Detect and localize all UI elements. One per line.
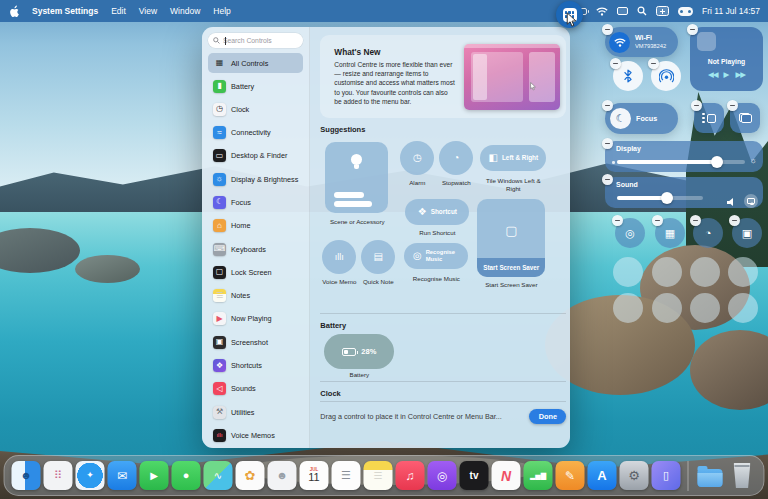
dock-item-app-store[interactable]: A	[588, 461, 617, 490]
play-icon[interactable]: ▶	[724, 70, 730, 79]
sidebar-item-voice-memos[interactable]: ıllıVoice Memos	[208, 426, 303, 444]
cc-stage-manager-module[interactable]	[694, 103, 724, 133]
wifi-icon[interactable]	[596, 7, 608, 16]
sidebar-item-sounds[interactable]: ◁Sounds	[208, 380, 303, 398]
menu-help[interactable]: Help	[213, 6, 230, 16]
control-run-shortcut[interactable]: ❖ Shortcut	[405, 199, 469, 225]
previous-icon[interactable]: ◀◀	[708, 70, 718, 79]
dock-item-system-settings[interactable]: ⚙	[620, 461, 649, 490]
dock-item-photos[interactable]: ✿	[236, 461, 265, 490]
cc-music-recognition-module[interactable]: ◎	[615, 218, 645, 248]
remove-control-button[interactable]	[727, 100, 738, 111]
dock-item-facetime[interactable]: ▶	[140, 461, 169, 490]
control-recognise-music[interactable]: ◎ Recognise Music	[404, 243, 468, 269]
control-battery[interactable]: 28%	[324, 334, 394, 369]
dock-item-tv[interactable]: tv	[460, 461, 489, 490]
dock-item-finder[interactable]: ☻	[12, 461, 41, 490]
cc-focus-module[interactable]: ☾ Focus	[605, 103, 678, 134]
search-input[interactable]	[223, 37, 303, 44]
sidebar-item-keyboards[interactable]: ⌨Keyboards	[208, 240, 303, 258]
sidebar-item-focus[interactable]: ☾Focus	[208, 193, 303, 211]
cc-calculator-module[interactable]: ▦	[655, 218, 685, 248]
done-button[interactable]: Done	[529, 409, 566, 424]
dock-item-podcasts[interactable]: ◎	[428, 461, 457, 490]
sound-slider[interactable]	[617, 196, 703, 200]
dock-item-calendar[interactable]: JUL11	[300, 461, 329, 490]
dock-item-notes[interactable]: ☰	[364, 461, 393, 490]
control-tile-windows[interactable]: ◧ Left & Right	[480, 145, 546, 171]
sidebar-item-utilities[interactable]: ⚒Utilities	[208, 403, 303, 421]
dock-item-maps[interactable]: ∿	[204, 461, 233, 490]
control-voice-memo[interactable]: ıllı	[322, 240, 356, 274]
dock-item-news[interactable]: N	[492, 461, 521, 490]
control-quick-note[interactable]: ▤	[361, 240, 395, 274]
apple-menu-icon[interactable]	[8, 5, 19, 18]
cc-timer-module[interactable]: ◔	[693, 218, 723, 248]
search-field[interactable]	[208, 33, 303, 48]
menu-view[interactable]: View	[139, 6, 157, 16]
sidebar-item-desktop-finder[interactable]: ▭Desktop & Finder	[208, 147, 303, 165]
sidebar-item-notes[interactable]: ☰Notes	[208, 287, 303, 305]
remove-control-button[interactable]	[612, 215, 623, 226]
sidebar-item-screenshot[interactable]: ▣Screenshot	[208, 333, 303, 351]
sidebar-item-connectivity[interactable]: ≈Connectivity	[208, 124, 303, 142]
cc-sound-module[interactable]: Sound	[605, 177, 763, 208]
remove-control-button[interactable]	[610, 58, 621, 69]
dock-item-pages[interactable]: ✎	[556, 461, 585, 490]
control-center-icon[interactable]	[678, 7, 693, 16]
dock-item-iphone-mirroring[interactable]: ▯	[652, 461, 681, 490]
cc-display-module[interactable]: Display ☼	[605, 141, 763, 172]
dock-item-reminders[interactable]: ☰	[332, 461, 361, 490]
sidebar-item-home[interactable]: ⌂Home	[208, 217, 303, 235]
display-icon[interactable]	[617, 7, 628, 15]
remove-control-button[interactable]	[648, 58, 659, 69]
remove-control-button[interactable]	[729, 215, 740, 226]
dock-item-music[interactable]: ♫	[396, 461, 425, 490]
sidebar-item-all-controls[interactable]: ▦All Controls	[208, 53, 303, 73]
dock-item-mail[interactable]: ✉	[108, 461, 137, 490]
remove-control-button[interactable]	[602, 174, 613, 185]
cc-screen-mirroring-module[interactable]	[730, 103, 760, 133]
sidebar-item-display-brightness[interactable]: ☼Display & Brightness	[208, 170, 303, 188]
sidebar-item-now-playing[interactable]: ▶Now Playing	[208, 310, 303, 328]
dock-item-trash[interactable]	[728, 461, 757, 490]
menu-edit[interactable]: Edit	[111, 6, 126, 16]
control-alarm[interactable]: ◷	[400, 141, 434, 175]
remove-control-button[interactable]	[690, 215, 701, 226]
remove-control-button[interactable]	[602, 138, 613, 149]
remove-control-button[interactable]	[691, 100, 702, 111]
search-icon[interactable]	[637, 6, 647, 16]
remove-control-button[interactable]	[652, 215, 663, 226]
control-stopwatch[interactable]: ◔	[439, 141, 473, 175]
next-icon[interactable]: ▶▶	[735, 70, 745, 79]
dock-item-numbers[interactable]: ▂▅▇	[524, 461, 553, 490]
display-slider-knob[interactable]	[711, 156, 723, 168]
dock-item-safari[interactable]: ✦	[76, 461, 105, 490]
dock-item-downloads-folder[interactable]	[696, 461, 725, 490]
menu-bar-clock[interactable]: Fri 11 Jul 14:57	[702, 6, 760, 16]
control-start-screen-saver[interactable]: ▢ Start Screen Saver	[477, 199, 545, 277]
control-scene-accessory[interactable]	[325, 142, 388, 213]
sound-slider-knob[interactable]	[661, 192, 673, 204]
dock-item-launchpad[interactable]: ⠿	[44, 461, 73, 490]
screen-mirroring-icon[interactable]	[656, 6, 669, 16]
sidebar-item-battery[interactable]: ▮Battery	[208, 77, 303, 95]
remove-control-button[interactable]	[602, 24, 613, 35]
audio-output-button[interactable]	[744, 194, 758, 208]
remove-control-button[interactable]	[687, 24, 698, 35]
cc-bluetooth-module[interactable]	[613, 61, 643, 91]
sidebar-item-shortcuts[interactable]: ❖Shortcuts	[208, 357, 303, 375]
sidebar-item-clock[interactable]: ◷Clock	[208, 100, 303, 118]
screen-saver-button[interactable]: Start Screen Saver	[477, 258, 545, 277]
dock-item-messages[interactable]: ●	[172, 461, 201, 490]
dock-item-contacts[interactable]: ☻	[268, 461, 297, 490]
remove-control-button[interactable]	[602, 100, 613, 111]
cc-now-playing-module[interactable]: Not Playing ◀◀ ▶ ▶▶	[690, 27, 763, 91]
sidebar-item-lock-screen[interactable]: ▢Lock Screen	[208, 263, 303, 281]
display-slider[interactable]	[617, 160, 745, 164]
cc-wifi-module[interactable]: Wi-Fi VM7938242	[605, 27, 678, 57]
cc-airdrop-module[interactable]	[651, 61, 681, 91]
cc-screen-capture-module[interactable]: ▣	[732, 218, 762, 248]
menu-window[interactable]: Window	[170, 6, 200, 16]
app-menu-title[interactable]: System Settings	[32, 6, 98, 16]
